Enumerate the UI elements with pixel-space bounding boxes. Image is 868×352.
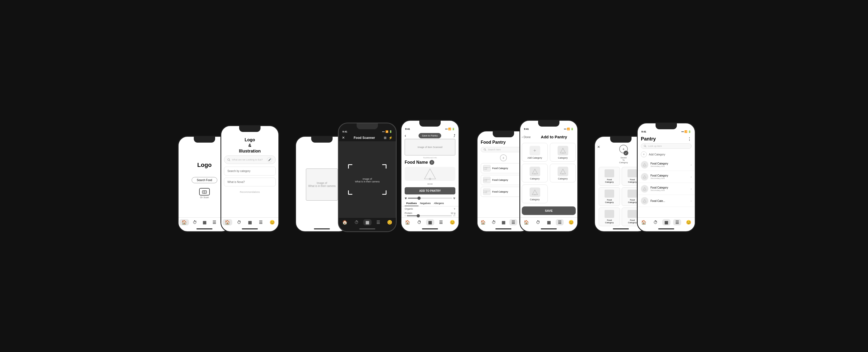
nav-bar-5f: 🏠 ⏱ ▦ ☰ 😊 [638, 217, 695, 227]
add-category-text: Add Category [649, 153, 665, 156]
home-indicator-2b [314, 228, 330, 229]
add-icon: + [641, 151, 647, 157]
grid-category-1[interactable]: Category [550, 143, 576, 162]
svg-point-5 [429, 178, 431, 180]
voice-icon[interactable]: 🎤 [267, 157, 272, 163]
status-bar-4f: 9:41 ▪▪▪ 📶 🔋 [520, 126, 577, 131]
pantry-list-item-2[interactable]: Food Category Secondary text › [638, 171, 695, 183]
nav-home-2f[interactable]: 🏠 [340, 219, 350, 226]
nav-scan-4f[interactable]: ▦ [545, 219, 553, 226]
grid-category-2[interactable]: Category [522, 164, 548, 182]
nav-home-4b[interactable]: 🏠 [478, 219, 488, 226]
cat-item-1[interactable]: FoodCategory [599, 167, 620, 186]
nav-list-3[interactable]: ☰ [437, 219, 445, 226]
scanner-flash-icon[interactable]: ⚡ [389, 136, 393, 140]
nav-history-2f[interactable]: ⏱ [352, 219, 361, 226]
nav-home-1f[interactable]: 🏠 [223, 219, 232, 226]
add-category-grid-item[interactable]: + Add Category [522, 143, 548, 162]
nav-home-4f[interactable]: 🏠 [522, 219, 531, 226]
cat-item-3[interactable]: FoodCategory [599, 187, 620, 206]
nav-list-1f[interactable]: ☰ [257, 219, 265, 226]
nav-scan-2f[interactable]: ▦ [363, 219, 372, 226]
pantry-list-item-4[interactable]: Food Cate... › [638, 195, 695, 207]
nav-home-3[interactable]: 🏠 [403, 219, 412, 226]
done-back-btn[interactable]: ‹ Done [522, 136, 531, 139]
camera-icon[interactable] [199, 188, 210, 196]
search-by-category[interactable]: Search by category [224, 167, 276, 175]
pantry-list-item-1[interactable]: Food Category Secondary text › [638, 159, 695, 171]
save-to-pantry-btn[interactable]: Save to Pantry [418, 133, 441, 138]
nav-history-4b[interactable]: ⏱ [490, 219, 498, 226]
nav-scan[interactable]: ▦ [200, 219, 209, 226]
camera-area: Image of What is in their camera [339, 141, 396, 217]
share-button[interactable]: ⤴ [454, 134, 455, 138]
nav-list-4b[interactable]: ☰ [509, 219, 517, 226]
nav-history-3[interactable]: ⏱ [415, 219, 424, 226]
pantry-list-item-3[interactable]: Food Category Secondary text › [638, 183, 695, 195]
nav-profile-3[interactable]: 😊 [447, 219, 457, 226]
search-input-row[interactable]: What are we Looking to Eat? 🎤 [224, 155, 276, 164]
nav-list[interactable]: ☰ [210, 219, 218, 226]
slider-track[interactable] [408, 198, 452, 199]
nav-history-1f[interactable]: ⏱ [235, 219, 243, 226]
what-is-nova[interactable]: What is Nova? [224, 178, 276, 186]
svg-point-15 [534, 194, 535, 195]
save-pantry-btn[interactable]: SAVE [522, 206, 576, 215]
add-to-pantry-button[interactable]: ADD TO PANTRY [405, 187, 455, 195]
saved-check: ✓ [623, 151, 628, 155]
cat-grid-label-6: FoodCategory [628, 219, 637, 224]
scanner-close[interactable]: ✕ [342, 136, 345, 140]
nav-profile-1f[interactable]: 😊 [268, 219, 277, 226]
cat-grid-label-3: FoodCategory [605, 199, 614, 204]
organic-value: Y [454, 207, 455, 210]
pantry-search-placeholder: Search Item [488, 148, 501, 151]
notch-2f [356, 123, 378, 129]
food-name: Food Name [405, 160, 428, 165]
nav-home-5f[interactable]: 🏠 [639, 219, 649, 226]
nav-history-5f[interactable]: ⏱ [651, 219, 660, 226]
grid-category-4[interactable]: Category [522, 184, 548, 203]
nav-profile-2f[interactable]: 😊 [385, 219, 395, 226]
nav-bar-4f: 🏠 ⏱ ▦ ☰ 😊 [520, 217, 577, 227]
notch-1f [239, 126, 260, 132]
protein-slider[interactable] [407, 215, 452, 216]
nav-scan-1f[interactable]: ▦ [246, 219, 254, 226]
pantry-icon-4 [641, 197, 648, 205]
badge-count: 2 [430, 160, 434, 165]
tab-positives[interactable]: Positives [405, 201, 418, 206]
nav-profile-5f[interactable]: 😊 [684, 219, 693, 226]
nav-scan-5f[interactable]: ▦ [662, 219, 671, 226]
nav-scan-4b[interactable]: ▦ [499, 219, 508, 226]
svg-marker-4 [424, 169, 436, 179]
nav-history[interactable]: ⏱ [191, 219, 199, 226]
close-btn-5b[interactable]: ✕ [597, 145, 600, 149]
pantry-item-label-2: Food Category [650, 174, 668, 177]
nav-list-5f[interactable]: ☰ [673, 219, 681, 226]
cat-item-5[interactable]: FoodCategory [599, 207, 620, 226]
cat-grid-label-2: FoodCategory [628, 178, 637, 183]
nav-list-4f[interactable]: ☰ [556, 219, 564, 226]
slider-min: 0 [405, 214, 406, 217]
pantry-list-search[interactable]: Look up item [641, 143, 691, 149]
add-category-btn[interactable]: + [500, 154, 507, 161]
home-indicator-3 [422, 228, 438, 229]
nav-home[interactable]: 🏠 [179, 219, 189, 226]
grid-cat-img-2 [530, 167, 540, 176]
tab-allergens[interactable]: Allergens [432, 201, 446, 206]
tab-negatives[interactable]: Negatives [418, 201, 432, 206]
notch-4b [493, 131, 514, 137]
scanner-grid-icon[interactable]: ⊞ [384, 136, 386, 140]
nav-history-4f[interactable]: ⏱ [534, 219, 542, 226]
dots-menu-btn[interactable]: ⋮ [687, 137, 691, 142]
search-food-button[interactable]: Search Food [192, 177, 217, 183]
notch-3 [419, 121, 441, 126]
grid-cat-img-4 [530, 187, 540, 197]
grid-category-3[interactable]: Category [550, 164, 576, 182]
nav-scan-3[interactable]: ▦ [426, 219, 434, 226]
nav-list-2f[interactable]: ☰ [374, 219, 382, 226]
pantry-item-sub-2: Secondary text [650, 177, 668, 179]
nav-profile-4f[interactable]: 😊 [566, 219, 576, 226]
home-indicator-2f [359, 228, 375, 229]
back-button[interactable]: ‹ [405, 133, 406, 138]
add-category-row[interactable]: + Add Category [638, 150, 695, 159]
